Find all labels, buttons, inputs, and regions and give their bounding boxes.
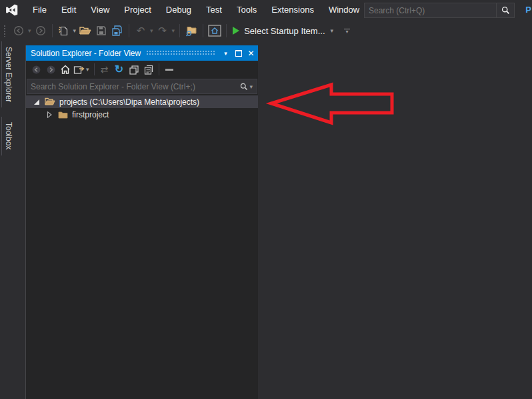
redo-button[interactable]: ↷	[155, 23, 171, 39]
save-all-icon	[111, 25, 123, 36]
forward-arrow-icon	[35, 25, 46, 36]
tab-toolbox[interactable]: Toolbox	[1, 117, 16, 155]
chevron-down-icon: ▾	[224, 50, 227, 57]
new-file-icon	[58, 25, 69, 37]
toolbar-grip-handle[interactable]	[3, 25, 7, 37]
navigate-back-button[interactable]	[11, 23, 27, 39]
refresh-button[interactable]: ↻	[112, 62, 127, 77]
toolbar-separator	[226, 24, 227, 37]
show-all-files-button[interactable]	[141, 62, 156, 77]
menu-test[interactable]: Test	[199, 0, 229, 20]
toolbar-overflow-button[interactable]: ▾	[344, 29, 350, 33]
menu-window[interactable]: Window	[321, 0, 367, 20]
toolbar-separator	[129, 24, 129, 37]
close-button[interactable]: ✕	[245, 47, 257, 59]
back-arrow-icon	[31, 65, 41, 75]
preview-selected-items-button[interactable]	[162, 62, 177, 77]
tree-item-label: projects (C:\Users\Dipa Mehta\projects)	[59, 97, 199, 107]
tree-row-projects[interactable]: projects (C:\Users\Dipa Mehta\projects)	[26, 95, 258, 108]
explorer-forward-button[interactable]	[43, 62, 58, 77]
solution-search-input[interactable]	[27, 82, 237, 91]
switch-views-button[interactable]: ▾	[73, 62, 91, 77]
toolbar-separator	[52, 24, 53, 37]
forward-arrow-icon	[46, 65, 56, 75]
back-arrow-icon	[13, 25, 24, 36]
explorer-back-button[interactable]	[29, 62, 43, 77]
play-icon	[231, 26, 240, 35]
save-button[interactable]	[93, 23, 109, 39]
menu-project[interactable]: Project	[117, 0, 158, 20]
collapse-all-button[interactable]	[127, 62, 141, 77]
panel-title: Solution Explorer - Folder View	[31, 49, 141, 58]
maximize-button[interactable]	[233, 47, 244, 59]
visual-studio-logo-icon	[5, 4, 19, 16]
closed-folder-icon	[57, 111, 69, 119]
redo-icon: ↷	[158, 25, 167, 37]
menu-bar: File Edit View Project Debug Test Tools …	[0, 0, 532, 20]
undo-icon: ↶	[137, 25, 145, 37]
explorer-home-button[interactable]	[58, 62, 73, 77]
maximize-icon	[235, 50, 242, 57]
overflow-caret-icon: ▾	[346, 30, 349, 33]
open-folder-icon	[79, 25, 92, 36]
back-dropdown-caret[interactable]: ▾	[27, 27, 33, 34]
menu-file[interactable]: File	[25, 0, 54, 20]
dash-icon	[165, 69, 173, 71]
folder-search-icon	[185, 25, 198, 37]
collapse-all-icon	[129, 65, 139, 75]
left-tab-strip: Server Explorer Toolbox	[0, 41, 25, 399]
quick-search-box	[364, 3, 515, 18]
menu-extensions[interactable]: Extensions	[264, 0, 321, 20]
save-all-button[interactable]	[109, 23, 125, 39]
toolbar-separator	[159, 63, 159, 75]
expander-expanded[interactable]	[31, 99, 42, 105]
redo-dropdown-caret[interactable]: ▾	[171, 27, 177, 34]
startup-item-label: Select Startup Item...	[244, 26, 325, 36]
quick-search-input[interactable]	[365, 6, 496, 15]
search-icon[interactable]	[496, 3, 514, 17]
save-icon	[96, 25, 107, 36]
undo-button[interactable]: ↶	[133, 23, 149, 39]
show-all-files-icon	[143, 65, 154, 75]
refresh-icon: ↻	[115, 64, 123, 75]
close-icon: ✕	[247, 49, 254, 57]
navigate-forward-button[interactable]	[33, 23, 49, 39]
switch-views-caret: ▾	[85, 66, 91, 73]
open-folder-icon	[44, 97, 56, 106]
undo-dropdown-caret[interactable]: ▾	[149, 27, 155, 34]
sync-with-active-document-button[interactable]: ⇄	[97, 62, 112, 77]
start-debug-button[interactable]: Select Startup Item...	[230, 23, 329, 39]
menu-debug[interactable]: Debug	[159, 0, 199, 20]
home-frame-icon	[208, 25, 221, 37]
solution-explorer-panel: Solution Explorer - Folder View ▾ ✕ ▾ ⇄ …	[25, 45, 258, 399]
home-icon	[60, 65, 71, 75]
startup-dropdown-caret[interactable]: ▾	[329, 27, 335, 34]
menu-tools[interactable]: Tools	[229, 0, 264, 20]
solution-explorer-toolbar: ▾ ⇄ ↻	[26, 61, 258, 78]
menu-edit[interactable]: Edit	[54, 0, 83, 20]
new-file-dropdown-caret[interactable]: ▾	[72, 27, 78, 34]
search-in-folder-button[interactable]	[183, 23, 199, 39]
panel-title-grip[interactable]	[146, 50, 215, 56]
window-position-button[interactable]: ▾	[220, 47, 231, 59]
switch-view-icon	[73, 65, 85, 75]
expander-collapsed[interactable]	[44, 111, 55, 118]
expanded-triangle-icon	[33, 99, 40, 105]
tree-item-label: firstproject	[72, 110, 109, 119]
panel-title-bar[interactable]: Solution Explorer - Folder View ▾ ✕	[26, 45, 258, 61]
solution-search-box: ▾	[27, 79, 257, 94]
vs-window: File Edit View Project Debug Test Tools …	[0, 0, 532, 399]
toolbar-separator	[203, 24, 203, 37]
clipped-right-edge-text: P	[525, 5, 531, 15]
sync-icon: ⇄	[101, 64, 109, 75]
tab-server-explorer[interactable]: Server Explorer	[1, 41, 16, 107]
open-folder-button[interactable]	[77, 23, 93, 39]
new-file-button[interactable]	[56, 23, 72, 39]
solution-search-caret: ▾	[248, 83, 254, 90]
home-page-button[interactable]	[207, 23, 223, 39]
menu-view[interactable]: View	[83, 0, 117, 20]
folder-tree: projects (C:\Users\Dipa Mehta\projects) …	[26, 95, 258, 399]
collapsed-triangle-icon	[47, 111, 53, 118]
solution-search-icon[interactable]: ▾	[237, 83, 257, 91]
tree-row-firstproject[interactable]: firstproject	[26, 108, 258, 121]
